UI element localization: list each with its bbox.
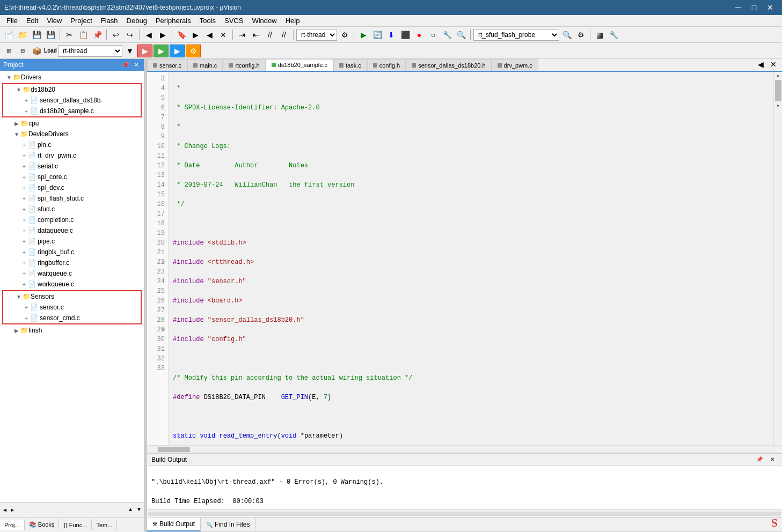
tree-item-ringbuffer[interactable]: + 📄 ringbuffer.c xyxy=(1,257,143,268)
panel-tab-books[interactable]: 📚 Books xyxy=(25,519,60,530)
nav-back-button[interactable]: ◀ xyxy=(142,28,155,41)
tree-item-sensor-dallas[interactable]: + 📄 sensor_dallas_ds18b. xyxy=(3,95,141,106)
rt-build1[interactable]: ▶ xyxy=(137,45,152,57)
uncomment-button[interactable]: // xyxy=(277,28,290,41)
comment-button[interactable]: // xyxy=(264,28,276,41)
horizontal-scrollbar[interactable] xyxy=(147,445,782,453)
project-pin-button[interactable]: 📌 xyxy=(120,61,131,69)
rt-build3[interactable]: ▶ xyxy=(170,45,185,57)
code-editor[interactable]: * * SPDX-License-Identifier: Apache-2.0 … xyxy=(169,72,773,445)
tree-item-cpu[interactable]: ▶ 📁 cpu xyxy=(1,118,143,129)
tree-item-spi-flash[interactable]: + 📄 spi_flash_sfud.c xyxy=(1,193,143,204)
tab-main-c[interactable]: main.c xyxy=(187,59,223,71)
panel-scroll-down[interactable]: ▼ xyxy=(135,506,143,514)
debug-button[interactable]: ● xyxy=(413,28,426,41)
tab-ds18b20-sample[interactable]: ds18b20_sample.c xyxy=(266,59,333,71)
tree-item-devicedrivers[interactable]: ▼ 📁 DeviceDrivers xyxy=(1,129,143,139)
undo-button[interactable]: ↩ xyxy=(109,28,122,41)
copy-button[interactable]: 📋 xyxy=(77,28,90,41)
tree-item-spi-core[interactable]: + 📄 spi_core.c xyxy=(1,172,143,182)
tree-item-finsh[interactable]: ▶ 📁 finsh xyxy=(1,325,143,336)
tab-drv-pwm[interactable]: drv_pwm.c xyxy=(492,59,538,71)
tree-item-sensors[interactable]: ▼ 📁 Sensors xyxy=(3,291,141,302)
menu-debug[interactable]: Debug xyxy=(122,16,151,26)
outdent-button[interactable]: ⇤ xyxy=(250,28,262,41)
scroll-thumb[interactable] xyxy=(775,80,781,101)
panel-scroll-left[interactable]: ◀ xyxy=(1,506,9,514)
download-button[interactable]: ⬇ xyxy=(385,28,398,41)
editor-content[interactable]: 3 4 5 6 7 8 9 10 11 12 13 14 15 16 xyxy=(147,72,782,445)
btab-find-in-files[interactable]: 🔍 Find In Files xyxy=(201,518,255,531)
scroll-up-button[interactable]: ▲ xyxy=(774,72,782,79)
build-output-hscroll[interactable] xyxy=(148,512,781,516)
tree-item-spi-dev[interactable]: + 📄 spi_dev.c xyxy=(1,182,143,193)
save-button[interactable]: 💾 xyxy=(30,28,43,41)
bookmark-button[interactable]: 🔖 xyxy=(175,28,188,41)
next-bookmark-button[interactable]: ▶ xyxy=(189,28,202,41)
target-options-button[interactable]: ⚙ xyxy=(338,28,351,41)
stop-build-button[interactable]: ⬛ xyxy=(399,28,412,41)
btab-build-output[interactable]: ⚒ Build Output xyxy=(147,518,201,531)
clear-bookmarks-button[interactable]: ✕ xyxy=(217,28,230,41)
vertical-scrollbar[interactable]: ▲ ▼ xyxy=(773,72,782,445)
paste-button[interactable]: 📌 xyxy=(91,28,104,41)
tree-item-rt-drv-pwm[interactable]: + 📄 rt_drv_pwm.c xyxy=(1,150,143,161)
tree-item-pin[interactable]: + 📄 pin.c xyxy=(1,139,143,150)
windows-button[interactable]: ▦ xyxy=(593,28,606,41)
build-output-close[interactable]: ✕ xyxy=(767,455,778,464)
settings2-button[interactable]: 🔧 xyxy=(607,28,620,41)
panel-scroll-up[interactable]: ▲ xyxy=(127,506,134,514)
panel-tab-func[interactable]: {} Func... xyxy=(59,520,92,530)
open-button[interactable]: 📁 xyxy=(16,28,29,41)
menu-project[interactable]: Project xyxy=(66,16,96,26)
minimize-button[interactable]: ─ xyxy=(730,2,746,13)
build-target-button[interactable]: ▶ xyxy=(357,28,370,41)
tree-item-ds18b20[interactable]: ▼ 📁 ds18b20 xyxy=(3,84,141,95)
build-output-content[interactable]: ".\build\keil\Obj\rt-thread.axf" - 0 Err… xyxy=(147,466,782,509)
tab-task-c[interactable]: task.c xyxy=(333,59,367,71)
redo-button[interactable]: ↪ xyxy=(123,28,136,41)
tree-item-serial[interactable]: + 📄 serial.c xyxy=(1,161,143,172)
tree-item-ds18b20-sample[interactable]: + 📄 ds18b20_sample.c xyxy=(3,106,141,116)
tree-item-drivers[interactable]: ▼ 📁 Drivers xyxy=(1,72,143,83)
build-output-pin[interactable]: 📌 xyxy=(754,455,765,464)
h-scroll-thumb[interactable] xyxy=(158,447,190,452)
cut-button[interactable]: ✂ xyxy=(63,28,76,41)
save-all-button[interactable]: 💾 xyxy=(44,28,57,41)
tree-item-sensor-cmd[interactable]: + 📄 sensor_cmd.c xyxy=(3,313,141,323)
menu-view[interactable]: View xyxy=(42,16,66,26)
debug4-button[interactable]: 🔍 xyxy=(455,28,467,41)
menu-peripherals[interactable]: Peripherals xyxy=(151,16,195,26)
tab-rtconfig-h[interactable]: rtconfig.h xyxy=(223,59,265,71)
tab-close-button[interactable]: ✕ xyxy=(767,59,780,71)
menu-edit[interactable]: Edit xyxy=(22,16,42,26)
panel-tab-proj[interactable]: Proj... xyxy=(0,520,25,530)
settings-button[interactable]: ⚙ xyxy=(574,28,587,41)
tab-config-h[interactable]: config.h xyxy=(367,59,406,71)
pack-installer-button[interactable]: 📦 xyxy=(30,45,43,57)
build-output-scrollbar[interactable] xyxy=(147,509,782,517)
tree-item-sfud[interactable]: + 📄 sfud.c xyxy=(1,204,143,215)
tree-item-dataqueue[interactable]: + 📄 dataqueue.c xyxy=(1,225,143,236)
maximize-button[interactable]: □ xyxy=(747,2,762,13)
tree-item-completion[interactable]: + 📄 completion.c xyxy=(1,215,143,225)
prev-bookmark-button[interactable]: ◀ xyxy=(203,28,216,41)
nav-forward-button[interactable]: ▶ xyxy=(156,28,169,41)
close-button[interactable]: ✕ xyxy=(763,2,778,13)
new-file-button[interactable]: 📄 xyxy=(2,28,15,41)
rt-build2[interactable]: ▶ xyxy=(154,45,169,57)
panel-scroll-right[interactable]: ▶ xyxy=(9,506,16,514)
tree-item-sensor-c[interactable]: + 📄 sensor.c xyxy=(3,302,141,313)
scroll-down-button[interactable]: ▼ xyxy=(774,102,782,109)
menu-file[interactable]: File xyxy=(2,16,22,26)
fold-icon-22[interactable]: ⊟ xyxy=(162,257,165,267)
function-dropdown[interactable]: rt_sfud_flash_probe xyxy=(473,29,559,41)
tab-sensor-c[interactable]: sensor.c xyxy=(147,59,187,71)
debug3-button[interactable]: 🔧 xyxy=(441,28,454,41)
menu-window[interactable]: Window xyxy=(247,16,281,26)
device-manager-button[interactable]: ⊞ xyxy=(2,45,15,57)
tab-sensor-dallas[interactable]: sensor_dallas_ds18b20.h xyxy=(406,59,491,71)
tree-item-ringblk[interactable]: + 📄 ringblk_buf.c xyxy=(1,247,143,257)
tree-item-pipe[interactable]: + 📄 pipe.c xyxy=(1,236,143,247)
menu-svcs[interactable]: SVCS xyxy=(220,16,247,26)
